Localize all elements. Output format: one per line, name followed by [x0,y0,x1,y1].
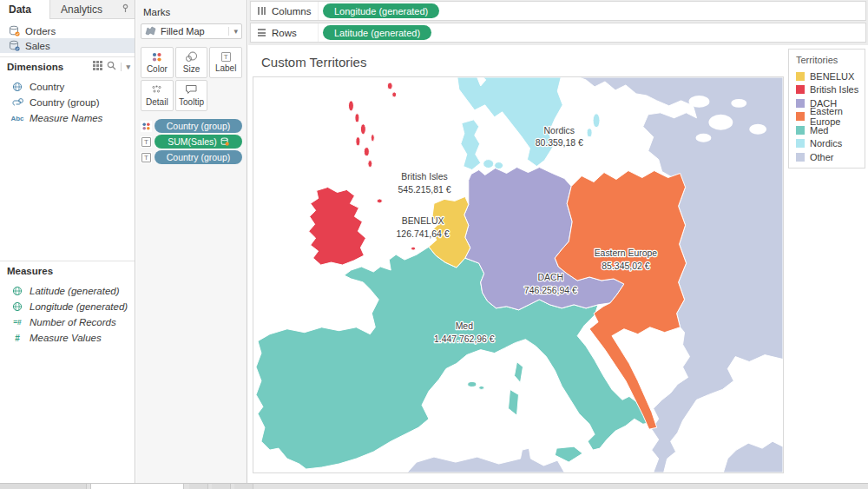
label-mark-icon[interactable]: T [141,152,152,163]
field-number-of-records[interactable]: =# Number of Records [0,314,135,330]
map-region-balearics[interactable] [479,386,484,389]
map-region-danish-isles[interactable] [495,162,503,169]
datasource-badge-icon [220,137,229,146]
color-icon [151,51,162,63]
legend-title: Territories [789,50,865,69]
map-region-sicily[interactable] [555,446,582,462]
measures-header: Measures [0,261,135,280]
color-button-label: Color [147,64,168,74]
tab-analytics-label: Analytics [61,3,102,16]
group-icon [11,97,23,109]
pill-sum-sales-label[interactable]: SUM(Sales) [155,135,242,149]
legend-label: BENELUX [810,71,854,82]
map-region-ireland[interactable] [309,187,366,265]
detail-button[interactable]: Detail [141,80,174,111]
map-region-balearics[interactable] [468,381,477,387]
label-med: Med [456,321,473,331]
sheet-tab-bar [0,483,868,489]
tooltip-button-label: Tooltip [179,97,204,107]
data-source-name: Orders [25,26,56,36]
territories-legend[interactable]: Territories BENELUX British Isles DACH E… [788,49,865,169]
pin-icon[interactable] [122,3,129,16]
map-view[interactable]: Nordics 80.359,18 € British Isles 545.21… [253,76,784,473]
detail-button-label: Detail [146,97,168,107]
size-button[interactable]: Size [175,47,208,78]
legend-item-eastern-europe[interactable]: Eastern Europe [789,110,865,124]
map-region-corsica[interactable] [515,362,523,383]
dimensions-header: Dimensions ▾ [0,56,135,76]
data-pane-tabs: Data Analytics [0,0,135,19]
color-button[interactable]: Color [141,47,174,78]
legend-item-other[interactable]: Other [789,150,865,164]
field-label: Longitude (generated) [30,301,128,312]
size-button-label: Size [183,64,200,74]
mark-type-dropdown[interactable]: Filled Map ▾ [141,23,242,39]
field-measure-values[interactable]: # Measure Values [0,330,135,346]
label-british-isles: British Isles [401,172,447,182]
map-region-other-africa[interactable] [407,448,564,472]
legend-label: Med [810,125,828,135]
columns-shelf[interactable]: Columns Longitude (generated) [250,1,866,21]
pill-label: SUM(Sales) [168,136,217,147]
field-measure-names[interactable]: Abc Measure Names [0,110,135,126]
tooltip-icon [185,84,198,96]
field-latitude-generated[interactable]: Latitude (generated) [0,283,135,299]
field-label: Latitude (generated) [30,286,120,296]
data-source-name: Sales [25,41,50,51]
data-source-orders[interactable]: Orders [0,23,135,38]
dimensions-menu-caret-icon[interactable]: ▾ [121,63,130,71]
marks-pill-row: T SUM(Sales) [141,135,242,149]
label-mark-icon[interactable]: T [141,136,152,148]
active-sheet-tab[interactable] [90,484,184,489]
legend-swatch [796,112,805,121]
color-mark-icon[interactable] [141,121,152,132]
pill-country-group-color[interactable]: Country (group) [155,119,242,133]
map-region-danish-isles[interactable] [483,160,494,169]
new-worksheet-icon[interactable] [189,484,208,489]
search-icon[interactable] [107,61,116,72]
legend-swatch [796,85,805,94]
legend-item-benelux[interactable]: BENELUX [789,69,865,83]
map-region-other-turkey[interactable] [723,441,783,472]
field-country[interactable]: Country [0,79,135,95]
marks-pill-row: Country (group) [141,119,242,133]
legend-swatch [796,72,805,81]
map-region-sardinia[interactable] [509,389,519,415]
rows-shelf[interactable]: Rows Latitude (generated) [250,23,866,43]
map-region-oland[interactable] [587,129,592,137]
label-benelux: BENELUX [402,216,444,226]
data-source-tab[interactable] [0,484,87,489]
new-dashboard-icon[interactable] [212,484,231,489]
rows-label-text: Rows [272,28,297,38]
legend-item-nordics[interactable]: Nordics [789,137,865,151]
marks-card: Marks Filled Map ▾ Color Size T Label [136,0,247,483]
dimensions-list: Country Country (group) Abc Measure Name… [0,76,135,126]
measures-header-label: Measures [7,266,53,276]
label-button[interactable]: T Label [209,47,242,78]
tooltip-button[interactable]: Tooltip [175,80,208,111]
globe-icon [11,82,23,93]
field-label: Country (group) [30,97,100,108]
map-region-gotland[interactable] [593,114,600,128]
pill-latitude-generated[interactable]: Latitude (generated) [323,25,431,40]
view-grid-icon[interactable] [93,61,102,72]
pill-longitude-generated[interactable]: Longitude (generated) [323,3,439,18]
tableau-window: Data Analytics Orders Sales [0,0,868,489]
columns-shelf-label: Columns [251,2,319,20]
globe-icon [11,301,23,313]
label-nordics-value: 80.359,18 € [536,138,583,148]
map-region-denmark[interactable] [461,120,481,170]
label-benelux-value: 126.741,64 € [397,229,450,239]
legend-item-british-isles[interactable]: British Isles [789,83,865,97]
filled-map-icon [145,26,156,37]
tab-data[interactable]: Data [0,0,50,19]
data-source-sales[interactable]: Sales [0,38,135,53]
field-longitude-generated[interactable]: Longitude (generated) [0,299,135,314]
database-icon [8,25,20,36]
pill-country-group-label[interactable]: Country (group) [155,150,242,164]
sheet-title: Custom Territories [261,55,366,69]
tab-analytics[interactable]: Analytics [50,0,135,19]
legend-label: British Isles [810,84,858,95]
field-country-group[interactable]: Country (group) [0,95,135,110]
new-story-icon[interactable] [234,484,253,489]
